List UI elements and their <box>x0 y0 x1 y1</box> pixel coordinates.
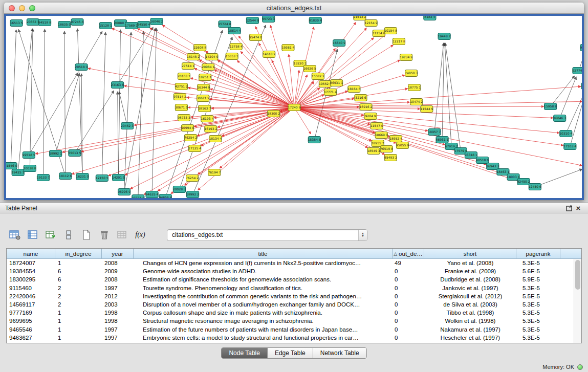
graph-edge[interactable] <box>535 169 582 187</box>
graph-node[interactable]: 9204 9 <box>364 113 377 120</box>
table-row[interactable]: 977716911998Corpus callosum shape and si… <box>7 309 581 317</box>
graph-node[interactable]: 10154 8 <box>384 28 397 34</box>
graph-node[interactable]: 98733 3 <box>178 115 190 121</box>
graph-node[interactable]: 18251 1 <box>199 74 211 81</box>
graph-node[interactable]: 12450 6 <box>529 184 541 190</box>
table-row[interactable]: 1938455462009Genome-wide association stu… <box>7 267 581 275</box>
graph-node[interactable]: 94656 4 <box>159 194 172 199</box>
graph-node[interactable]: 12150 5 <box>96 175 108 182</box>
graph-node[interactable]: 16344 9 <box>197 84 210 91</box>
graph-node[interactable]: 99518 5 <box>23 152 35 159</box>
new-table-button[interactable] <box>80 229 93 241</box>
tab-node-table[interactable]: Node Table <box>222 348 268 358</box>
graph-node[interactable]: 74850 3 <box>405 70 418 77</box>
graph-edge[interactable] <box>43 29 45 178</box>
graph-node[interactable]: 95055 9 <box>396 142 409 149</box>
graph-edge[interactable] <box>294 45 393 107</box>
graph-node[interactable]: 16046 2 <box>150 18 163 25</box>
graph-node[interactable]: 90994 0 <box>181 125 194 132</box>
graph-node[interactable]: 76254 2 <box>184 135 197 141</box>
graph-node[interactable]: 20518 0 <box>75 64 88 71</box>
graph-edge[interactable] <box>294 107 563 145</box>
graph-node[interactable]: 12217 8 <box>393 38 405 45</box>
graph-node[interactable]: 16193 4 <box>201 116 213 122</box>
graph-node[interactable]: 86931 1 <box>436 137 449 143</box>
graph-node[interactable]: 16640 9 <box>333 40 345 47</box>
graph-node[interactable]: 18775 1 <box>408 84 421 91</box>
graph-node[interactable]: 20028 3 <box>173 186 186 193</box>
graph-node[interactable]: 18300 2 <box>267 111 280 117</box>
graph-node[interactable]: 18614 4 <box>228 28 241 34</box>
graph-node[interactable]: 18164 6 <box>347 86 360 93</box>
graph-edge[interactable] <box>566 92 582 134</box>
graph-node[interactable]: 17103 4 <box>563 143 576 150</box>
graph-edge[interactable] <box>62 107 294 152</box>
table-row[interactable]: 1872400712008Changes of HCN gene express… <box>7 259 581 267</box>
graph-node[interactable]: 94518 8 <box>38 19 51 26</box>
graph-node[interactable]: 10474 2 <box>410 99 423 105</box>
table-row[interactable]: 969969511998Structural magnetic resonanc… <box>7 317 581 325</box>
graph-edge[interactable] <box>119 92 127 126</box>
column-header-name[interactable]: name <box>7 249 55 258</box>
graph-node[interactable]: 97771 6 <box>132 195 144 199</box>
graph-node[interactable]: 20452 3 <box>121 123 134 129</box>
column-header-out_de[interactable]: △out_de… <box>393 249 424 258</box>
graph-edge[interactable] <box>118 92 119 178</box>
window-titlebar[interactable]: citations_edges.txt <box>4 3 584 14</box>
graph-node[interactable]: 11544 9 <box>420 106 433 113</box>
graph-edge[interactable] <box>560 77 576 118</box>
graph-edge[interactable] <box>570 92 582 146</box>
minimize-window-button[interactable] <box>19 5 25 11</box>
graph-node[interactable]: 55013 5 <box>68 150 81 157</box>
graph-edge[interactable] <box>152 28 157 194</box>
merge-table-button[interactable] <box>116 229 129 241</box>
graph-node[interactable]: 18957 7 <box>428 129 441 136</box>
graph-node[interactable]: 76194 7 <box>208 169 221 176</box>
graph-node[interactable]: 16193 2 <box>204 126 217 133</box>
graph-node[interactable]: 92774 4 <box>572 68 582 74</box>
graph-node[interactable]: 95493 2 <box>384 155 397 161</box>
graph-edge[interactable] <box>137 29 294 107</box>
graph-node[interactable]: 11547 0 <box>371 123 383 129</box>
graph-edge[interactable] <box>144 107 294 194</box>
graph-node[interactable]: 94550 4 <box>137 21 150 28</box>
table-row[interactable]: 1456911722003Disruption of a novel membe… <box>7 300 581 309</box>
graph-node[interactable]: 23163 8 <box>111 82 124 89</box>
graph-node[interactable]: 20984 1 <box>202 64 214 71</box>
graph-node[interactable]: 30671 9 <box>197 95 209 102</box>
tab-edge-table[interactable]: Edge Table <box>268 348 313 358</box>
column-header-title[interactable]: title <box>134 249 393 258</box>
graph-edge[interactable] <box>445 43 461 151</box>
zoom-window-button[interactable] <box>29 5 35 11</box>
table-panel-titlebar[interactable]: Table Panel × <box>0 203 588 213</box>
delete-table-button[interactable] <box>98 229 111 241</box>
table-row[interactable]: 946362711997Embryonic stem cells: a mode… <box>7 334 581 342</box>
table-row[interactable]: 1830029562008Estimation of significance … <box>7 275 581 283</box>
graph-edge[interactable] <box>56 73 80 154</box>
graph-node[interactable]: 30671 0 <box>175 104 188 111</box>
graph-node[interactable]: 20103 7 <box>178 73 190 80</box>
graph-node[interactable]: 16513 5 <box>10 20 23 27</box>
graph-node[interactable]: 15384 5 <box>308 137 321 143</box>
graph-node[interactable]: 19425 1 <box>12 169 25 176</box>
graph-node[interactable]: 27514 1 <box>182 63 194 70</box>
float-panel-icon[interactable] <box>564 204 574 212</box>
graph-node[interactable]: 15958 8 <box>544 103 557 110</box>
graph-node[interactable]: 10310 4 <box>559 130 572 137</box>
graph-node[interactable]: 17240 9 <box>288 104 301 111</box>
function-builder-button[interactable]: f(x) <box>134 229 147 241</box>
graph-node[interactable]: 18163 7 <box>198 105 211 112</box>
graph-node[interactable]: 18134 4 <box>209 136 222 142</box>
graph-edge[interactable] <box>445 43 451 146</box>
graph-node[interactable]: 3216 6 <box>355 95 367 101</box>
graph-node[interactable]: 21513 2 <box>353 16 366 20</box>
graph-node[interactable]: 96996 9 <box>118 189 130 195</box>
graph-edge[interactable] <box>229 29 294 107</box>
select-columns-button[interactable] <box>26 229 39 241</box>
graph-node[interactable]: 92450 2 <box>517 179 530 185</box>
column-header-short[interactable]: short <box>424 249 516 258</box>
table-row[interactable]: 946554611997Estimation of the future num… <box>7 325 581 334</box>
graph-node[interactable]: 95474 0 <box>249 34 262 41</box>
graph-node[interactable]: 8183 4 <box>424 16 436 20</box>
graph-edge[interactable] <box>64 31 66 176</box>
